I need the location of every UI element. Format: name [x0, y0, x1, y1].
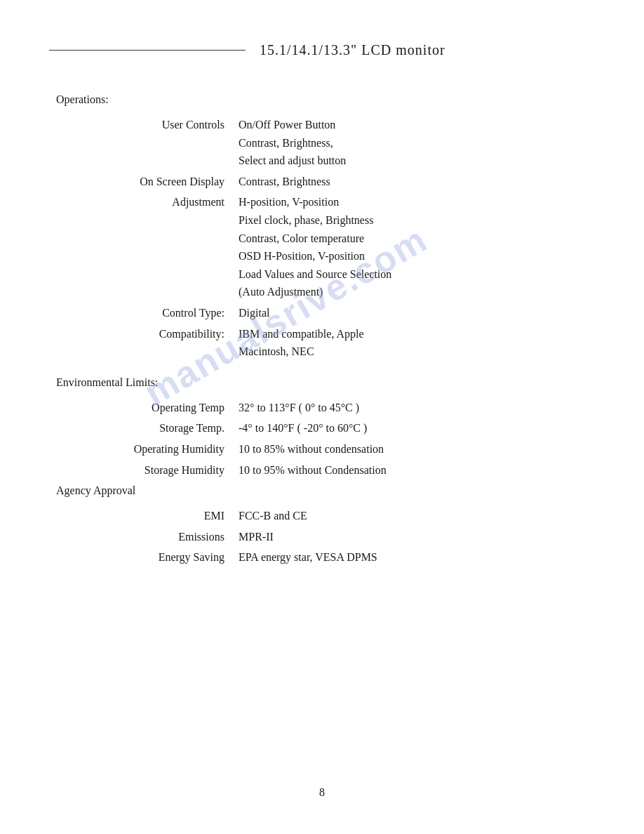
table-row: Control Type: Digital [56, 303, 595, 324]
adjustment-value: H-position, V-position Pixel clock, phas… [239, 192, 595, 303]
environmental-section: Environmental Limits: Operating Temp 32°… [56, 376, 595, 480]
agency-table: EMI FCC-B and CE Emissions MPR-II [56, 505, 595, 568]
op-temp-value: 32° to 113°F ( 0° to 45°C ) [239, 397, 595, 418]
value-line: Contrast, Color temperature [239, 230, 595, 248]
table-row: EMI FCC-B and CE [56, 505, 595, 527]
value-line: H-position, V-position [239, 193, 595, 211]
emi-label: EMI [56, 505, 239, 527]
value-line: 32° to 113°F ( 0° to 45°C ) [239, 399, 595, 417]
value-line: Load Values and Source Selection [239, 265, 595, 284]
energy-saving-value: EPA energy star, VESA DPMS [239, 547, 595, 568]
storage-temp-label: Storage Temp. [56, 418, 239, 439]
table-row: Operating Humidity 10 to 85% without con… [56, 439, 595, 460]
environmental-title: Environmental Limits: [56, 376, 595, 389]
table-row: User Controls On/Off Power Button Contra… [56, 114, 595, 171]
operations-title: Operations: [56, 93, 595, 106]
value-line: Pixel clock, phase, Brightness [239, 211, 595, 230]
environmental-table: Operating Temp 32° to 113°F ( 0° to 45°C… [56, 397, 595, 480]
emissions-label: Emissions [56, 527, 239, 548]
page-title: 15.1/14.1/13.3" LCD monitor [260, 42, 445, 58]
table-row: Operating Temp 32° to 113°F ( 0° to 45°C… [56, 397, 595, 418]
value-line: OSD H-Position, V-position [239, 247, 595, 265]
value-line: EPA energy star, VESA DPMS [239, 548, 595, 567]
page-header: 15.1/14.1/13.3" LCD monitor [49, 42, 595, 58]
value-line: Select and adjust button [239, 152, 595, 170]
storage-humidity-value: 10 to 95% without Condensation [239, 460, 595, 481]
control-type-label: Control Type: [56, 303, 239, 324]
compatibility-label: Compatibility: [56, 324, 239, 362]
value-line: FCC-B and CE [239, 507, 595, 525]
table-row: Storage Humidity 10 to 95% without Conde… [56, 460, 595, 481]
op-humidity-label: Operating Humidity [56, 439, 239, 460]
user-controls-label: User Controls [56, 114, 239, 171]
value-line: IBM and compatible, Apple [239, 325, 595, 343]
adjustment-label: Adjustment [56, 192, 239, 303]
value-line: MPR-II [239, 528, 595, 546]
storage-temp-value: -4° to 140°F ( -20° to 60°C ) [239, 418, 595, 439]
table-row: On Screen Display Contrast, Brightness [56, 171, 595, 192]
table-row: Emissions MPR-II [56, 527, 595, 548]
control-type-value: Digital [239, 303, 595, 324]
value-line: On/Off Power Button [239, 116, 595, 134]
op-humidity-value: 10 to 85% without condensation [239, 439, 595, 460]
value-line: 10 to 95% without Condensation [239, 461, 595, 479]
emissions-value: MPR-II [239, 527, 595, 548]
value-line: 10 to 85% without condensation [239, 440, 595, 458]
value-line: Contrast, Brightness [239, 173, 595, 191]
storage-humidity-label: Storage Humidity [56, 460, 239, 481]
page: manualsrive.com 15.1/14.1/13.3" LCD moni… [0, 0, 644, 834]
gap [56, 362, 595, 376]
op-temp-label: Operating Temp [56, 397, 239, 418]
energy-saving-label: Energy Saving [56, 547, 239, 568]
table-row: Energy Saving EPA energy star, VESA DPMS [56, 547, 595, 568]
table-row: Storage Temp. -4° to 140°F ( -20° to 60°… [56, 418, 595, 439]
user-controls-value: On/Off Power Button Contrast, Brightness… [239, 114, 595, 171]
table-row: Adjustment H-position, V-position Pixel … [56, 192, 595, 303]
value-line: Digital [239, 304, 595, 322]
agency-section: Agency Approval EMI FCC-B and CE Emissio… [56, 484, 595, 568]
osd-value: Contrast, Brightness [239, 171, 595, 192]
content-area: Operations: User Controls On/Off Power B… [49, 93, 595, 568]
value-line: Contrast, Brightness, [239, 134, 595, 152]
compatibility-value: IBM and compatible, Apple Macintosh, NEC [239, 324, 595, 362]
page-number: 8 [319, 786, 325, 799]
value-line: (Auto Adjustment) [239, 283, 595, 301]
table-row: Compatibility: IBM and compatible, Apple… [56, 324, 595, 362]
value-line: -4° to 140°F ( -20° to 60°C ) [239, 419, 595, 437]
value-line: Macintosh, NEC [239, 343, 595, 361]
agency-title: Agency Approval [56, 484, 595, 497]
emi-value: FCC-B and CE [239, 505, 595, 527]
header-line [49, 50, 246, 51]
osd-label: On Screen Display [56, 171, 239, 192]
operations-section: Operations: User Controls On/Off Power B… [56, 93, 595, 362]
operations-table: User Controls On/Off Power Button Contra… [56, 114, 595, 362]
